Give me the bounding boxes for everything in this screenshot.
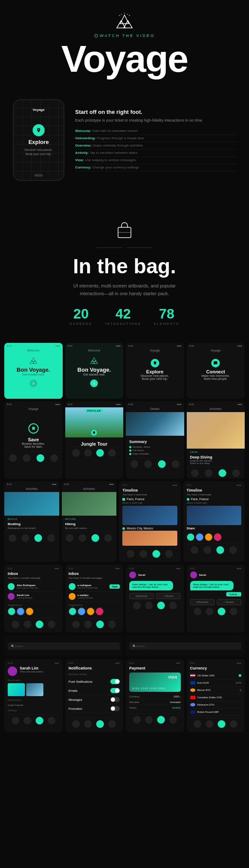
nav-icon[interactable] <box>72 449 80 457</box>
nav-icon-active[interactable] <box>36 620 43 628</box>
nav-icon[interactable] <box>194 720 201 728</box>
search-bar[interactable]: 🔍 Search... <box>8 642 120 650</box>
nav-icon-active[interactable] <box>218 608 225 615</box>
screen-notifications[interactable]: 9:41●●● Notifications Notification setti… <box>65 659 124 732</box>
nav-icon[interactable] <box>133 716 141 724</box>
nav-icon[interactable] <box>191 546 198 554</box>
nav-icon[interactable] <box>169 602 177 609</box>
nav-icon[interactable] <box>140 550 147 558</box>
nav-icon[interactable] <box>72 720 80 728</box>
nav-icon-active[interactable] <box>96 720 104 728</box>
currency-usd[interactable]: US Dollar USD <box>190 672 242 679</box>
bookmark-thumb-1[interactable] <box>8 683 25 696</box>
nav-icon[interactable] <box>206 608 213 615</box>
share-avatar[interactable] <box>196 533 203 541</box>
nav-icon[interactable] <box>47 534 55 542</box>
screen-chat-1[interactable]: 9:41●●● Sarah Have design, I set up your… <box>126 565 184 633</box>
nav-icon-active[interactable] <box>157 716 165 724</box>
nav-icon-active[interactable] <box>218 720 225 728</box>
nav-icon[interactable] <box>172 460 179 468</box>
nav-icon[interactable] <box>72 620 80 628</box>
nav-icon[interactable] <box>131 460 138 468</box>
nav-icon[interactable] <box>12 717 19 724</box>
suggestion-avatar[interactable] <box>8 608 15 615</box>
email-toggle[interactable] <box>110 688 120 693</box>
screen-chat-2[interactable]: 9:41●●● Sarah Have design, I set up your… <box>187 565 245 633</box>
nav-icon[interactable] <box>84 720 92 728</box>
suggestion-avatar[interactable] <box>78 608 85 615</box>
screen-summary[interactable]: 9:41●●● Details Summary Soutpan, Africa … <box>126 401 184 479</box>
screen-payment[interactable]: 9:41●●● Payment VISA 9220 1293 1530 9061… <box>126 659 184 732</box>
screen-jungle-tour[interactable]: 9:41●●● POPULAR Jungle Tour <box>65 401 124 479</box>
inbox-item-4[interactable]: s waitipu Looking forward... <box>69 592 120 602</box>
reply-input[interactable]: Typing... <box>226 592 241 596</box>
screen-timeline[interactable]: 9:41●●● Timeline You have 3 memories Par… <box>119 481 181 562</box>
currency-eth[interactable]: Ethereum ETH <box>190 701 242 709</box>
nav-icon[interactable] <box>50 454 58 462</box>
nav-icon[interactable] <box>104 534 112 542</box>
inbox-item-2[interactable]: Sarah Lim Looking forward... <box>8 592 59 602</box>
nav-icon[interactable] <box>205 469 213 477</box>
nav-icon[interactable] <box>203 546 211 554</box>
nav-icon[interactable] <box>66 534 73 542</box>
push-toggle[interactable] <box>110 679 120 684</box>
currency-gbp[interactable]: British Pound GBP <box>190 709 242 716</box>
inbox-item-3[interactable]: a rodriguez Hey there friend help... Rep… <box>69 582 120 592</box>
nav-icon[interactable] <box>191 469 199 477</box>
next-button-dark[interactable]: › <box>90 379 98 387</box>
nav-icon[interactable] <box>84 620 92 628</box>
screen-currency[interactable]: 9:41●●● Currency US Dollar USD Euro EUR … <box>187 659 245 732</box>
screen-explore[interactable]: 9:41●●● Voyage Explore Discover new plac… <box>126 343 184 399</box>
screen-deep-diving[interactable]: 9:41●●● Activities SWIM Deep Diving Expl… <box>187 401 245 479</box>
messages-toggle[interactable] <box>110 697 120 702</box>
bookmark-button-2[interactable]: ⊟ Bookmark <box>190 599 215 605</box>
nav-icon[interactable] <box>24 620 31 628</box>
nav-icon[interactable] <box>194 608 201 615</box>
nav-icon[interactable] <box>79 534 86 542</box>
nav-icon[interactable] <box>145 716 153 724</box>
nav-icon[interactable] <box>21 534 29 542</box>
nav-icon[interactable] <box>48 620 55 628</box>
nav-icon-active[interactable] <box>91 534 99 542</box>
nav-icon-active[interactable] <box>157 602 165 609</box>
nav-icon[interactable] <box>133 602 141 609</box>
suggestion-avatar[interactable] <box>17 608 24 615</box>
nav-icon[interactable] <box>169 716 177 724</box>
nav-icon[interactable] <box>144 460 152 468</box>
nav-icon[interactable] <box>24 717 31 724</box>
suggestion-avatar[interactable] <box>87 608 94 615</box>
nav-icon[interactable] <box>108 449 116 457</box>
search-bar-2[interactable]: 🔍 Search... <box>129 642 241 650</box>
share-avatar[interactable] <box>205 533 213 541</box>
nav-icon[interactable] <box>145 602 153 609</box>
screen-inbox-2[interactable]: 9:41●●● Inbox You have 5 unread messages… <box>65 565 124 633</box>
screen-save[interactable]: 9:41●●● Voyage Save Browse favorites.Sav… <box>4 401 63 479</box>
nav-icon[interactable] <box>127 550 134 558</box>
reply-button[interactable]: Reply <box>109 584 120 589</box>
nav-icon-active[interactable] <box>158 460 166 468</box>
share-avatar[interactable] <box>214 533 222 541</box>
screen-profile[interactable]: 9:41●●● Sarah Lim View and edit author. … <box>4 659 63 732</box>
nav-icon[interactable] <box>230 608 237 615</box>
currency-eur[interactable]: Euro EUR EUR <box>190 679 242 687</box>
nav-icon[interactable] <box>229 546 237 554</box>
screen-timeline-share[interactable]: 9:41●●● Timeline You have 3 memories Par… <box>183 481 245 562</box>
screen-welcome-green[interactable]: 9:41●●● Welcome Bon Voyage. Get excited … <box>4 343 63 399</box>
nav-icon[interactable] <box>12 620 19 628</box>
nav-icon[interactable] <box>206 720 213 728</box>
bookmark-button[interactable]: ⊟ Bookmark <box>129 593 154 599</box>
next-button[interactable]: › <box>30 379 37 387</box>
reserve-button[interactable]: ✓ Reserve <box>156 593 180 599</box>
nav-icon[interactable] <box>84 449 92 457</box>
nav-icon[interactable] <box>9 534 16 542</box>
nav-icon[interactable] <box>23 454 30 462</box>
nav-icon-active[interactable] <box>36 454 44 462</box>
nav-icon-active[interactable] <box>216 546 224 554</box>
nav-icon-active[interactable] <box>36 717 43 724</box>
nav-icon[interactable] <box>48 717 55 724</box>
currency-cad[interactable]: Canadian Dollar CAD <box>190 694 242 701</box>
bookmark-thumb-2[interactable] <box>26 683 43 696</box>
nav-icon-active[interactable] <box>219 469 226 477</box>
promotion-toggle[interactable] <box>110 706 120 711</box>
reserve-button-2[interactable]: ✓ Reserve <box>217 599 241 605</box>
